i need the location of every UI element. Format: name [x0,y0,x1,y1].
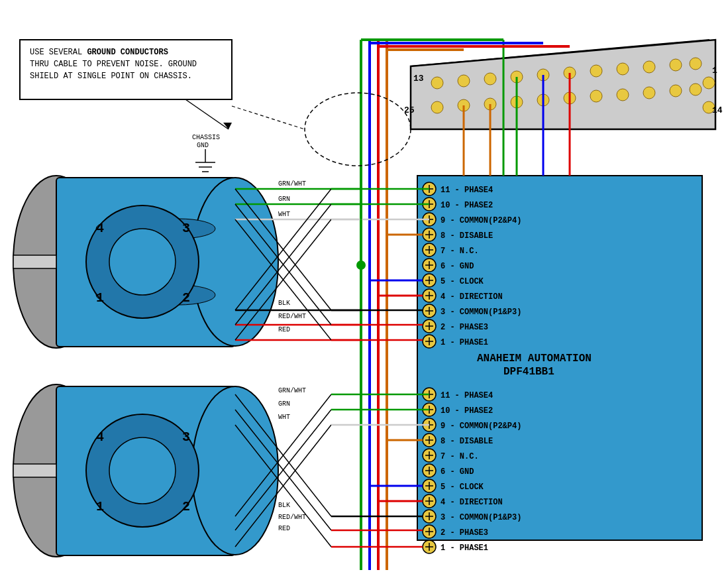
svg-point-145 [109,229,176,295]
svg-text:5 - CLOCK: 5 - CLOCK [441,483,484,492]
svg-text:2 - PHASE3: 2 - PHASE3 [441,528,488,538]
svg-text:1: 1 [712,66,717,76]
svg-text:RED: RED [278,326,290,333]
svg-point-5 [484,73,496,85]
svg-text:3: 3 [182,221,190,236]
svg-text:1: 1 [96,499,104,514]
svg-text:6 - GND: 6 - GND [441,467,474,477]
svg-text:GRN: GRN [278,196,290,203]
svg-text:RED/WHT: RED/WHT [278,313,306,320]
svg-text:2: 2 [182,290,190,306]
svg-text:DPF41BB1: DPF41BB1 [503,366,554,378]
svg-text:7 - N.C.: 7 - N.C. [441,452,479,461]
svg-text:1 - PHASE1: 1 - PHASE1 [441,338,488,347]
svg-text:6 - GND: 6 - GND [441,262,474,271]
svg-text:9 - COMMON(P2&P4): 9 - COMMON(P2&P4) [441,422,521,431]
svg-text:2 - PHASE3: 2 - PHASE3 [441,323,488,332]
svg-point-14 [431,101,443,113]
svg-text:3: 3 [182,430,190,445]
svg-text:10 - PHASE2: 10 - PHASE2 [441,201,493,210]
svg-point-3 [431,77,443,89]
svg-text:11 - PHASE4: 11 - PHASE4 [441,186,493,195]
svg-text:4 - DIRECTION: 4 - DIRECTION [441,498,503,507]
svg-text:GRN: GRN [278,400,290,408]
svg-point-12 [670,59,682,71]
svg-text:GRN/WHT: GRN/WHT [278,180,306,188]
svg-text:4: 4 [96,430,104,445]
svg-point-20 [590,90,602,102]
svg-point-4 [458,75,470,87]
svg-point-23 [670,85,682,97]
svg-text:1 - PHASE1: 1 - PHASE1 [441,544,488,553]
svg-point-24 [690,84,702,95]
svg-text:RED/WHT: RED/WHT [278,514,306,521]
svg-text:2: 2 [182,499,190,514]
svg-text:5 - CLOCK: 5 - CLOCK [441,277,484,286]
svg-text:GRN/WHT: GRN/WHT [278,387,306,394]
svg-point-138 [192,178,278,346]
svg-text:BLK: BLK [278,300,290,307]
svg-text:3 - COMMON(P1&P3): 3 - COMMON(P1&P3) [441,308,521,317]
svg-text:14: 14 [712,105,723,115]
svg-text:GND: GND [197,142,209,149]
svg-point-25 [703,77,715,89]
wiring-diagram: 13 1 25 14 ANAHEIM AUTOMATION DPF41BB1 1… [0,0,728,574]
svg-text:USE SEVERAL GROUND CONDUCTORS: USE SEVERAL GROUND CONDUCTORS [30,48,168,57]
svg-point-10 [617,63,629,75]
svg-text:3 - COMMON(P1&P3): 3 - COMMON(P1&P3) [441,513,521,522]
svg-text:RED: RED [278,525,290,532]
svg-text:11 - PHASE4: 11 - PHASE4 [441,391,493,400]
svg-text:10 - PHASE2: 10 - PHASE2 [441,406,493,416]
svg-text:THRU CABLE TO PREVENT NOISE. G: THRU CABLE TO PREVENT NOISE. GROUND [30,60,197,69]
svg-text:WHT: WHT [278,211,290,218]
svg-text:ANAHEIM AUTOMATION: ANAHEIM AUTOMATION [477,353,592,365]
svg-text:9 - COMMON(P2&P4): 9 - COMMON(P2&P4) [441,216,521,225]
svg-text:1: 1 [96,290,104,306]
svg-text:SHIELD AT SINGLE POINT ON CHAS: SHIELD AT SINGLE POINT ON CHASSIS. [30,72,192,81]
svg-point-13 [690,58,702,70]
svg-rect-139 [13,255,56,268]
svg-text:8 - DISABLE: 8 - DISABLE [441,231,493,241]
svg-text:4 - DIRECTION: 4 - DIRECTION [441,292,503,302]
svg-text:8 - DISABLE: 8 - DISABLE [441,437,493,446]
svg-text:BLK: BLK [278,502,290,509]
svg-text:4: 4 [96,221,104,236]
svg-point-11 [643,61,655,73]
svg-point-185 [109,437,176,504]
svg-text:WHT: WHT [278,414,290,421]
svg-rect-183 [13,464,56,477]
svg-text:7 - N.C.: 7 - N.C. [441,247,479,256]
svg-text:CHASSIS: CHASSIS [192,134,220,141]
svg-point-22 [643,87,655,99]
svg-point-21 [617,89,629,101]
svg-text:13: 13 [413,74,424,84]
svg-point-9 [590,65,602,77]
